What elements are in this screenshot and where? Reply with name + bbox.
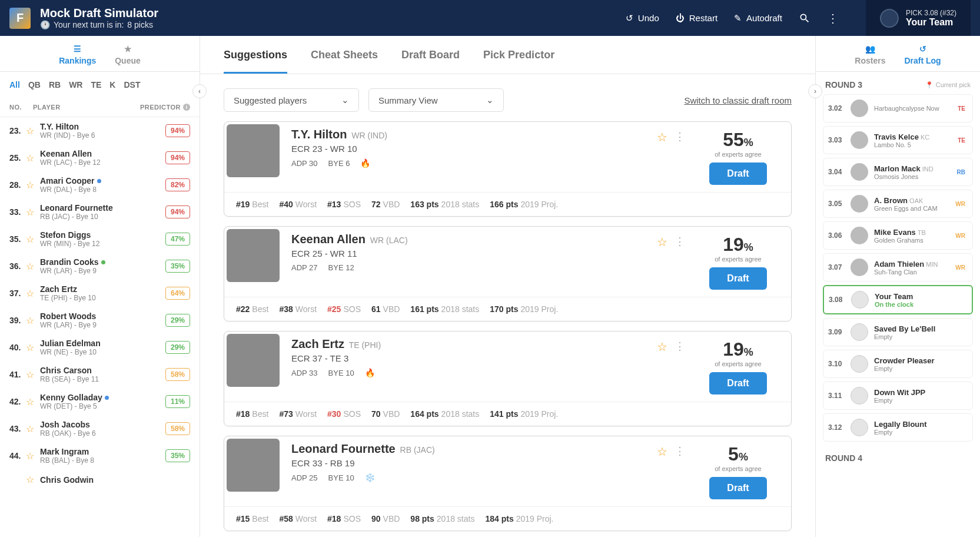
position-filter-k[interactable]: K — [109, 80, 115, 90]
pick-number: 3.11 — [828, 392, 845, 400]
search-icon[interactable] — [799, 12, 810, 24]
player-row[interactable]: 35. ☆ Stefon Diggs WR (MIN) - Bye 12 47% — [0, 226, 200, 253]
pick-row[interactable]: 3.08 Your Team On the clock — [823, 285, 973, 314]
favorite-star-icon[interactable]: ☆ — [657, 235, 667, 249]
draft-button[interactable]: Draft — [709, 372, 766, 395]
card-menu-icon[interactable]: ⋮ — [675, 340, 685, 353]
player-name: Julian Edelman — [40, 339, 165, 348]
pick-row[interactable]: 3.05 A. Brown OAK Green Eggs and CAM WR — [823, 190, 973, 218]
player-row[interactable]: 43. ☆ Josh Jacobs RB (OAK) - Bye 6 58% — [0, 415, 200, 442]
favorite-star-icon[interactable]: ☆ — [657, 340, 667, 354]
draft-button[interactable]: Draft — [709, 163, 766, 185]
favorite-star-icon[interactable]: ☆ — [26, 315, 38, 326]
favorite-star-icon[interactable]: ☆ — [26, 234, 38, 245]
position-filter-wr[interactable]: WR — [69, 80, 82, 90]
player-list[interactable]: 23. ☆ T.Y. Hilton WR (IND) - Bye 6 94% 2… — [0, 117, 200, 537]
kebab-menu-icon[interactable]: ⋮ — [827, 11, 838, 25]
favorite-star-icon[interactable]: ☆ — [26, 125, 38, 137]
favorite-star-icon[interactable]: ☆ — [657, 130, 667, 144]
pick-team-name: Empty — [874, 429, 968, 436]
favorite-star-icon[interactable]: ☆ — [26, 261, 38, 272]
favorite-star-icon[interactable]: ☆ — [26, 369, 38, 380]
player-row[interactable]: 41. ☆ Chris Carson RB (SEA) - Bye 11 58% — [0, 361, 200, 388]
pick-row[interactable]: 3.10 Crowder Pleaser Empty — [823, 350, 973, 378]
position-filter-qb[interactable]: QB — [28, 80, 41, 90]
pick-row[interactable]: 3.03 Travis Kelce KC Lambo No. 5 TE — [823, 126, 973, 154]
classic-draft-link[interactable]: Switch to classic draft room — [684, 95, 792, 105]
tab-rankings[interactable]: ☰ Rankings — [59, 44, 96, 65]
position-filter-all[interactable]: All — [9, 80, 20, 90]
tab-draft-log[interactable]: ↺ Draft Log — [904, 44, 941, 65]
player-row[interactable]: 28. ☆ Amari Cooper WR (DAL) - Bye 8 82% — [0, 171, 200, 198]
tab-draft-board[interactable]: Draft Board — [401, 49, 460, 74]
your-team-button[interactable]: PICK 3.08 (#32) Your Team — [866, 0, 971, 36]
favorite-star-icon[interactable]: ☆ — [26, 474, 38, 485]
undo-button[interactable]: ↺ Undo — [626, 13, 659, 24]
player-row[interactable]: 37. ☆ Zach Ertz TE (PHI) - Bye 10 64% — [0, 280, 200, 307]
card-adp: ADP 25 — [291, 473, 318, 482]
tab-cheat-sheets[interactable]: Cheat Sheets — [311, 49, 378, 74]
player-row[interactable]: ☆ Chris Godwin — [0, 469, 200, 490]
player-row[interactable]: 42. ☆ Kenny Golladay WR (DET) - Bye 5 11… — [0, 388, 200, 415]
favorite-star-icon[interactable]: ☆ — [26, 342, 38, 353]
pick-row[interactable]: 3.12 Legally Blount Empty — [823, 413, 973, 442]
favorite-star-icon[interactable]: ☆ — [26, 180, 38, 191]
pick-row[interactable]: 3.07 Adam Thielen MIN Suh-Tang Clan WR — [823, 253, 973, 281]
favorite-star-icon[interactable]: ☆ — [26, 207, 38, 218]
favorite-star-icon[interactable]: ☆ — [26, 153, 38, 164]
player-row[interactable]: 23. ☆ T.Y. Hilton WR (IND) - Bye 6 94% — [0, 117, 200, 144]
expert-label: of experts agree — [697, 360, 779, 367]
collapse-right-button[interactable]: › — [808, 84, 822, 98]
player-row[interactable]: 25. ☆ Keenan Allen WR (LAC) - Bye 12 94% — [0, 144, 200, 171]
favorite-star-icon[interactable]: ☆ — [26, 423, 38, 435]
view-dropdown[interactable]: Summary View ⌄ — [368, 88, 504, 112]
player-row[interactable]: 36. ☆ Brandin Cooks WR (LAR) - Bye 9 35% — [0, 253, 200, 280]
pick-row[interactable]: 3.04 Marlon Mack IND Osmosis Jones RB — [823, 158, 973, 186]
tab-rosters[interactable]: 👥 Rosters — [855, 44, 885, 65]
current-pick-link[interactable]: 📍 Current pick — [925, 81, 971, 89]
history-icon: ↺ — [919, 44, 926, 54]
pick-row[interactable]: 3.11 Down Wit JPP Empty — [823, 382, 973, 410]
card-menu-icon[interactable]: ⋮ — [675, 130, 685, 143]
suggested-players-dropdown[interactable]: Suggested players ⌄ — [224, 88, 359, 112]
player-rank: 42. — [9, 397, 26, 406]
player-rank: 41. — [9, 370, 26, 379]
favorite-star-icon[interactable]: ☆ — [657, 445, 667, 459]
info-icon[interactable]: i — [183, 104, 190, 111]
player-name: Zach Ertz — [40, 284, 165, 294]
pick-row[interactable]: 3.02 Harbaughcalypse Now TE — [823, 94, 973, 122]
pick-number: 3.03 — [828, 136, 845, 144]
favorite-star-icon[interactable]: ☆ — [26, 396, 38, 407]
stat-item: 184 pts2019 Proj. — [485, 514, 553, 523]
expert-label: of experts agree — [697, 151, 779, 158]
player-row[interactable]: 44. ☆ Mark Ingram RB (BAL) - Bye 8 35% — [0, 442, 200, 469]
position-filter-te[interactable]: TE — [91, 80, 101, 90]
stat-item: #40Worst — [279, 200, 317, 209]
tab-pick-predictor[interactable]: Pick Predictor — [483, 49, 554, 74]
tab-suggestions[interactable]: Suggestions — [224, 49, 287, 74]
card-position: WR (IND) — [349, 131, 387, 140]
card-bye: BYE 10 — [328, 369, 354, 377]
favorite-star-icon[interactable]: ☆ — [26, 450, 38, 462]
card-menu-icon[interactable]: ⋮ — [675, 235, 685, 248]
position-filter-dst[interactable]: DST — [124, 80, 140, 90]
card-menu-icon[interactable]: ⋮ — [675, 445, 685, 458]
restart-button[interactable]: ⏻ Restart — [676, 13, 717, 23]
card-adp: ADP 33 — [291, 369, 318, 377]
draft-button[interactable]: Draft — [709, 477, 766, 499]
pick-row[interactable]: 3.09 Saved By Le'Bell Empty — [823, 318, 973, 346]
pick-row[interactable]: 3.06 Mike Evans TB Golden Grahams WR — [823, 221, 973, 250]
collapse-left-button[interactable]: ‹ — [192, 84, 207, 98]
position-filter-rb[interactable]: RB — [49, 80, 61, 90]
autodraft-button[interactable]: ✎ Autodraft — [734, 13, 782, 24]
draft-button[interactable]: Draft — [709, 267, 766, 290]
favorite-star-icon[interactable]: ☆ — [26, 288, 38, 299]
player-row[interactable]: 33. ☆ Leonard Fournette RB (JAC) - Bye 1… — [0, 198, 200, 226]
pick-avatar — [851, 163, 868, 181]
player-name: Chris Godwin — [40, 475, 190, 485]
tab-queue[interactable]: ★ Queue — [115, 44, 141, 65]
stat-item: #18Best — [236, 409, 268, 419]
player-meta: WR (LAR) - Bye 9 — [40, 321, 165, 329]
player-row[interactable]: 39. ☆ Robert Woods WR (LAR) - Bye 9 29% — [0, 307, 200, 334]
player-row[interactable]: 40. ☆ Julian Edelman WR (NE) - Bye 10 29… — [0, 334, 200, 361]
